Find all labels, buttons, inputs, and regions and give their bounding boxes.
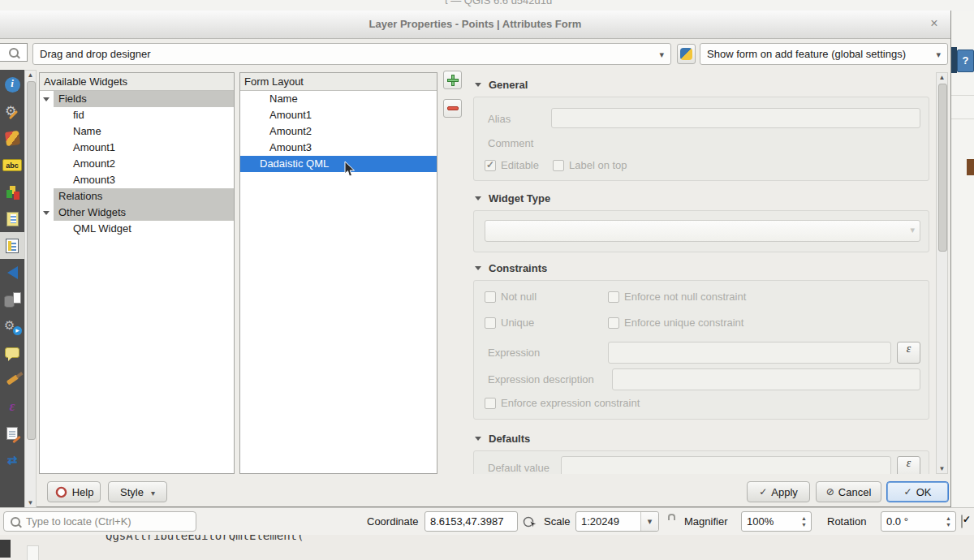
spin-arrows-icon[interactable]: ▲▼ [799, 514, 809, 529]
general-group-frame: Alias Comment Editable Label on top [473, 97, 929, 181]
tree-item-amount1[interactable]: Amount1 [40, 140, 234, 156]
tree-item-fid[interactable]: fid [40, 107, 234, 123]
coordinate-label: Coordinate [367, 515, 419, 528]
properties-scrollbar[interactable]: ▲ ▼ [936, 72, 948, 474]
apply-button[interactable]: ✓ Apply [747, 481, 810, 502]
sidebar-tab-diagrams[interactable] [0, 179, 24, 205]
enforce-not-null-checkbox[interactable] [608, 291, 619, 303]
tree-item-amount2[interactable]: Amount2 [40, 156, 234, 172]
close-icon[interactable]: × [926, 15, 942, 32]
python-init-function-button[interactable] [677, 44, 696, 64]
widget-type-dropdown[interactable] [485, 220, 920, 242]
not-null-label: Not null [501, 291, 537, 303]
style-button[interactable]: Style [108, 481, 167, 502]
form-layout-item-name[interactable]: Name [240, 91, 437, 107]
render-checkbox[interactable] [961, 515, 963, 528]
locate-search-input[interactable]: Type to locate (Ctrl+K) [3, 511, 196, 532]
show-form-dropdown[interactable]: Show form on add feature (global setting… [700, 43, 948, 65]
form-designer-dropdown[interactable]: Drag and drop designer [32, 43, 671, 65]
sidebar-tab-metadata[interactable] [0, 420, 24, 446]
ok-button[interactable]: ✓ OK [886, 481, 949, 502]
default-value-input[interactable] [561, 456, 891, 474]
sidebar-tab-fields[interactable] [0, 205, 24, 232]
background-block [27, 545, 39, 560]
unique-checkbox[interactable] [485, 317, 496, 329]
magnifier-spinbox[interactable]: 100% ▲▼ [741, 511, 812, 532]
scrollbar-thumb[interactable] [938, 84, 947, 252]
expander-icon[interactable] [43, 211, 50, 215]
form-designer-value: Drag and drop designer [40, 48, 659, 60]
enforce-expression-checkbox[interactable] [485, 398, 496, 409]
tree-item-other-widgets[interactable]: Other Widgets [40, 205, 234, 221]
scale-combobox[interactable]: 1:20249 ▾ [575, 511, 659, 532]
tree-item-relations[interactable]: Relations [40, 188, 234, 205]
coordinate-input[interactable]: 8.6153,47.3987 [425, 511, 518, 532]
expander-icon[interactable] [43, 97, 50, 101]
sidebar-tab-display[interactable] [0, 339, 24, 366]
expression-description-input[interactable] [612, 368, 920, 390]
scale-label: Scale [544, 515, 571, 528]
tree-item-amount3[interactable]: Amount3 [40, 172, 234, 188]
tree-item-qml-widget[interactable]: QML Widget [40, 221, 234, 237]
rotation-label: Rotation [827, 515, 866, 528]
form-layout-item-amount2[interactable]: Amount2 [240, 123, 437, 140]
chevron-down-icon[interactable]: ▾ [640, 512, 658, 531]
editable-checkbox[interactable] [485, 160, 496, 171]
sidebar-tab-source[interactable] [0, 98, 24, 125]
scroll-up-icon[interactable]: ▲ [937, 74, 947, 81]
scroll-down-icon[interactable]: ▼ [25, 499, 36, 506]
tree-indent [40, 91, 54, 107]
label-on-top-checkbox-row[interactable]: Label on top [553, 159, 627, 171]
editable-checkbox-row[interactable]: Editable [485, 159, 539, 171]
sidebar-tab-rendering[interactable] [0, 366, 24, 393]
section-header-widget-type[interactable]: Widget Type [475, 192, 550, 205]
spin-arrows-icon[interactable]: ▲▼ [943, 514, 954, 529]
form-layout-item-dadaistic-qml-selected[interactable]: Dadaistic QML [240, 156, 437, 172]
enforce-unique-checkbox-row[interactable]: Enforce unique constraint [608, 317, 743, 329]
widget-properties-pane: General Alias Comment Editable Label on … [467, 72, 936, 474]
scroll-down-icon[interactable]: ▼ [937, 465, 947, 472]
scrollbar-thumb[interactable] [27, 81, 36, 440]
expression-dropdown[interactable] [608, 342, 891, 364]
sidebar-tab-variables[interactable]: ε [0, 393, 24, 420]
sidebar-tab-symbology[interactable] [0, 125, 24, 152]
tree-item-name[interactable]: Name [40, 123, 234, 140]
tab-filter-search-input[interactable] [0, 43, 28, 62]
scroll-up-icon[interactable]: ▲ [25, 71, 36, 79]
alias-input[interactable] [551, 108, 920, 128]
sidebar-scrollbar[interactable]: ▲ ▼ [24, 70, 37, 508]
enforce-unique-checkbox[interactable] [608, 317, 619, 329]
form-layout-item-amount1[interactable]: Amount1 [240, 107, 437, 123]
section-header-general[interactable]: General [475, 79, 528, 91]
python-icon [680, 48, 692, 60]
help-button[interactable]: Help [47, 481, 101, 502]
sidebar-tab-attributes-form[interactable] [0, 232, 24, 259]
section-header-defaults[interactable]: Defaults [475, 433, 530, 445]
expression-epsilon-button[interactable]: ε [897, 342, 920, 364]
tree-item-fields[interactable]: Fields [40, 91, 234, 107]
enforce-not-null-checkbox-row[interactable]: Enforce not null constraint [608, 291, 746, 303]
form-layout-item-amount3[interactable]: Amount3 [240, 140, 437, 156]
help-badge-icon[interactable]: ? [957, 50, 974, 72]
label-on-top-checkbox[interactable] [553, 160, 564, 171]
add-element-button[interactable] [443, 71, 462, 89]
rotation-spinbox[interactable]: 0.0 ° ▲▼ [881, 511, 956, 532]
sidebar-tab-auxiliary-storage[interactable] [0, 286, 24, 312]
collapse-triangle-icon [475, 83, 481, 87]
section-header-constraints[interactable]: Constraints [475, 262, 547, 274]
sidebar-tab-dependencies[interactable]: ⇄ [0, 446, 24, 473]
default-value-epsilon-button[interactable]: ε [897, 456, 920, 474]
enforce-expression-checkbox-row[interactable]: Enforce expression constraint [485, 397, 640, 409]
sidebar-tab-joins[interactable] [0, 259, 24, 286]
sidebar-tab-labels[interactable]: abc [0, 152, 24, 179]
cancel-button[interactable]: ⊘ Cancel [816, 481, 881, 502]
extent-tracking-icon[interactable] [523, 515, 537, 529]
sidebar-tab-information[interactable] [0, 71, 24, 98]
sidebar-tab-actions[interactable] [0, 312, 24, 339]
not-null-checkbox[interactable] [485, 291, 496, 303]
remove-element-button[interactable] [443, 99, 462, 118]
section-title: Widget Type [489, 192, 550, 205]
dialog-titlebar[interactable]: Layer Properties - Points | Attributes F… [0, 11, 950, 39]
unique-checkbox-row[interactable]: Unique [485, 317, 534, 329]
not-null-checkbox-row[interactable]: Not null [485, 291, 537, 303]
